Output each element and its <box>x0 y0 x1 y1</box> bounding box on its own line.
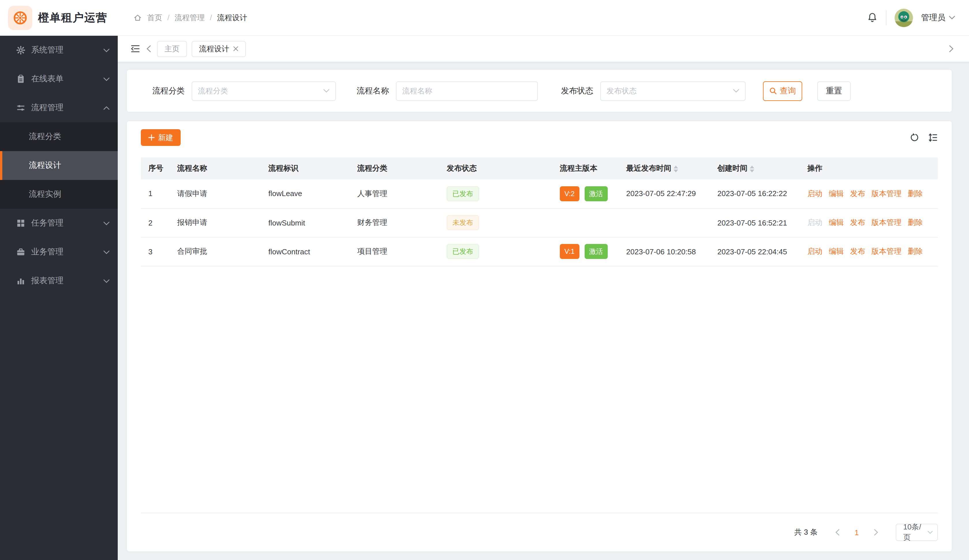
breadcrumb-flow-mgmt[interactable]: 流程管理 <box>175 12 205 23</box>
edit-link[interactable]: 编辑 <box>829 189 844 198</box>
close-icon[interactable] <box>233 46 238 52</box>
avatar[interactable] <box>894 8 913 27</box>
version-badge: V:1 <box>560 244 579 259</box>
notification-bell-icon[interactable] <box>867 12 878 23</box>
breadcrumb-separator: / <box>210 13 212 22</box>
column-settings-icon[interactable] <box>928 133 938 143</box>
sidebar-item-label: 在线表单 <box>31 74 63 84</box>
plus-icon <box>148 135 155 141</box>
delete-link[interactable]: 删除 <box>908 218 923 227</box>
table-header-row: 序号 流程名称 流程标识 流程分类 发布状态 流程主版本 最近发布时间 创建时间 <box>141 158 938 179</box>
cell-index: 2 <box>141 208 170 237</box>
start-link[interactable]: 启动 <box>808 247 822 256</box>
pagination: 共 3 条 1 10条/页 <box>127 513 952 551</box>
active-state-badge: 激活 <box>584 244 608 259</box>
table-row: 3 合同审批 flowContract 项目管理 已发布 V:1激活 2023-… <box>141 237 938 266</box>
cell-last-publish-time: 2023-07-05 22:47:29 <box>619 179 710 208</box>
delete-link[interactable]: 删除 <box>908 247 923 256</box>
sidebar-item-label: 流程管理 <box>31 103 63 113</box>
edit-link[interactable]: 编辑 <box>829 218 844 227</box>
reset-button[interactable]: 重置 <box>817 81 851 101</box>
filter-status-select[interactable]: 发布状态 <box>600 81 746 101</box>
start-link[interactable]: 启动 <box>808 189 822 198</box>
sidebar-item-flow-design[interactable]: 流程设计 <box>0 151 118 180</box>
status-badge: 已发布 <box>447 186 479 201</box>
start-link[interactable]: 启动 <box>808 218 822 227</box>
version-badge: V:2 <box>560 186 579 201</box>
sidebar-item-report-mgmt[interactable]: 报表管理 <box>0 266 118 295</box>
chevron-down-icon <box>323 89 330 93</box>
col-label: 最近发布时间 <box>626 164 671 173</box>
chevron-down-icon <box>103 250 110 254</box>
cell-actions: 启动编辑发布版本管理删除 <box>800 179 938 208</box>
cell-main-version: V:1激活 <box>552 237 619 266</box>
tab-flow-design[interactable]: 流程设计 <box>191 41 246 57</box>
briefcase-icon <box>16 248 26 257</box>
app-window: 橙单租户运营 首页 / 流程管理 / 流程设计 <box>0 0 969 560</box>
publish-link[interactable]: 发布 <box>850 247 865 256</box>
sort-carets-icon[interactable] <box>674 165 678 172</box>
cell-flow-name: 请假申请 <box>170 179 261 208</box>
version-mgmt-link[interactable]: 版本管理 <box>871 247 901 256</box>
cell-index: 1 <box>141 179 170 208</box>
cell-last-publish-time <box>619 208 710 237</box>
sidebar-item-system[interactable]: 系统管理 <box>0 36 118 65</box>
create-button[interactable]: 新建 <box>141 129 181 146</box>
status-badge: 已发布 <box>447 244 479 259</box>
version-mgmt-link[interactable]: 版本管理 <box>871 218 901 227</box>
edit-link[interactable]: 编辑 <box>829 247 844 256</box>
cell-create-time: 2023-07-05 16:22:22 <box>710 179 800 208</box>
sidebar-item-business-mgmt[interactable]: 业务管理 <box>0 238 118 266</box>
create-button-label: 新建 <box>158 132 173 143</box>
sidebar-item-flow-mgmt[interactable]: 流程管理 <box>0 93 118 122</box>
filter-category-select[interactable]: 流程分类 <box>191 81 336 101</box>
breadcrumb-separator: / <box>167 13 170 22</box>
version-mgmt-link[interactable]: 版本管理 <box>871 189 901 198</box>
pagination-total: 共 3 条 <box>794 527 818 537</box>
sidebar-item-label: 报表管理 <box>31 276 63 286</box>
chevron-down-icon <box>927 530 932 534</box>
cell-actions: 启动编辑发布版本管理删除 <box>800 208 938 237</box>
sort-carets-icon[interactable] <box>750 165 754 172</box>
tabs-scroll-right-icon[interactable] <box>949 45 954 53</box>
sidebar-item-flow-instance[interactable]: 流程实例 <box>0 180 118 209</box>
refresh-icon[interactable] <box>909 133 919 143</box>
sidebar-item-task-mgmt[interactable]: 任务管理 <box>0 209 118 238</box>
query-button[interactable]: 查询 <box>763 81 802 101</box>
chevron-up-icon <box>103 106 110 110</box>
header-divider <box>886 10 886 25</box>
collapse-menu-icon[interactable] <box>130 45 140 53</box>
filter-category-label: 流程分类 <box>152 86 185 96</box>
flow-name-input[interactable] <box>396 81 538 101</box>
flow-table: 序号 流程名称 流程标识 流程分类 发布状态 流程主版本 最近发布时间 创建时间 <box>141 158 938 266</box>
table-tools <box>909 133 938 143</box>
col-create-time: 创建时间 <box>710 158 800 179</box>
page-number-current[interactable]: 1 <box>849 528 864 537</box>
orange-slice-icon <box>13 10 28 25</box>
user-menu[interactable]: 管理员 <box>921 12 955 23</box>
col-flow-key: 流程标识 <box>261 158 350 179</box>
search-icon <box>769 87 777 95</box>
sidebar-item-flow-category[interactable]: 流程分类 <box>0 122 118 151</box>
cell-actions: 启动编辑发布版本管理删除 <box>800 237 938 266</box>
prev-page-icon[interactable] <box>831 529 844 536</box>
col-main-version: 流程主版本 <box>552 158 619 179</box>
breadcrumb-home[interactable]: 首页 <box>147 12 162 23</box>
cell-flow-key: flowContract <box>261 237 350 266</box>
delete-link[interactable]: 删除 <box>908 189 923 198</box>
chevron-down-icon <box>103 77 110 81</box>
next-page-icon[interactable] <box>869 529 883 536</box>
col-publish-status: 发布状态 <box>439 158 552 179</box>
status-badge: 未发布 <box>447 215 479 230</box>
sidebar-item-online-forms[interactable]: 在线表单 <box>0 65 118 93</box>
col-flow-category: 流程分类 <box>350 158 439 179</box>
cell-publish-status: 未发布 <box>439 208 552 237</box>
tab-home[interactable]: 主页 <box>157 41 187 57</box>
top-header: 橙单租户运营 首页 / 流程管理 / 流程设计 <box>0 0 969 36</box>
cell-last-publish-time: 2023-07-06 10:20:58 <box>619 237 710 266</box>
tabs-scroll-left-icon[interactable] <box>146 45 151 53</box>
page-size-select[interactable]: 10条/页 <box>896 523 938 541</box>
cell-publish-status: 已发布 <box>439 179 552 208</box>
publish-link[interactable]: 发布 <box>850 218 865 227</box>
publish-link[interactable]: 发布 <box>850 189 865 198</box>
